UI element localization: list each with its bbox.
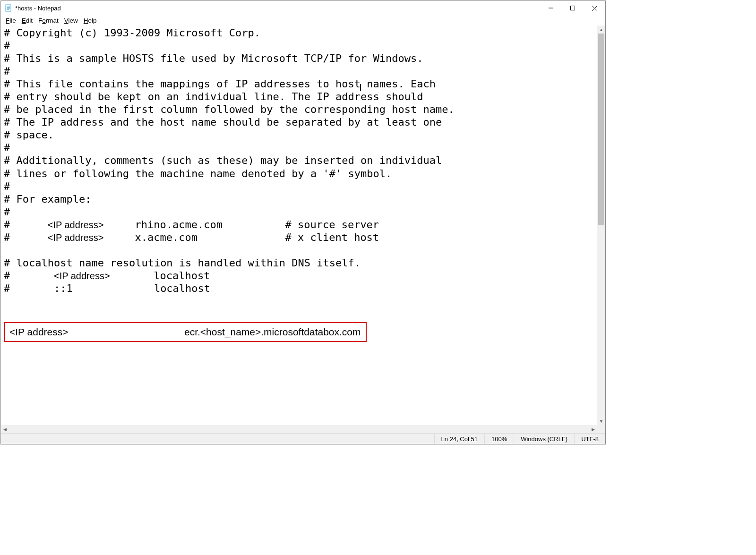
menu-file-rest: ile bbox=[9, 17, 16, 24]
menu-edit[interactable]: Edit bbox=[19, 16, 35, 25]
editor-line: # This is a sample HOSTS file used by Mi… bbox=[4, 52, 423, 64]
scroll-right-icon[interactable]: ▶ bbox=[589, 425, 597, 433]
ip-placeholder: <IP address> bbox=[48, 220, 104, 230]
menu-format[interactable]: Format bbox=[35, 16, 61, 25]
highlighted-entry: <IP address>ecr.<host_name>.microsoftdat… bbox=[4, 322, 367, 342]
highlighted-host: ecr.<host_name>.microsoftdatabox.com bbox=[184, 326, 361, 337]
editor-line: # be placed in the first column followed… bbox=[4, 103, 455, 115]
scroll-down-icon[interactable]: ▼ bbox=[597, 417, 605, 425]
hscroll-track[interactable] bbox=[9, 425, 589, 433]
editor-line: # ::1 localhost bbox=[4, 282, 210, 294]
editor-line: # bbox=[4, 180, 10, 192]
editor-line: # bbox=[4, 40, 10, 51]
status-encoding: UTF-8 bbox=[574, 434, 605, 444]
ip-placeholder: <IP address> bbox=[54, 271, 110, 281]
vscroll-track[interactable] bbox=[597, 34, 605, 417]
horizontal-scrollbar[interactable]: ◀ ▶ bbox=[1, 425, 605, 433]
scroll-corner bbox=[597, 425, 605, 433]
editor-line: # Additionally, comments (such as these)… bbox=[4, 154, 442, 166]
menu-help[interactable]: Help bbox=[81, 16, 100, 25]
text-editor[interactable]: # Copyright (c) 1993-2009 Microsoft Corp… bbox=[1, 26, 597, 425]
scroll-left-icon[interactable]: ◀ bbox=[1, 425, 9, 433]
status-bar: Ln 24, Col 51 100% Windows (CRLF) UTF-8 bbox=[1, 433, 605, 444]
window-title: *hosts - Notepad bbox=[15, 5, 540, 12]
window-controls bbox=[540, 1, 605, 15]
maximize-button[interactable] bbox=[562, 1, 584, 15]
editor-line: # bbox=[4, 206, 10, 218]
status-zoom: 100% bbox=[484, 434, 514, 444]
editor-line: # For example: bbox=[4, 193, 91, 205]
status-position: Ln 24, Col 51 bbox=[434, 434, 484, 444]
editor-line: # This file contains the mappings of IP … bbox=[4, 78, 436, 90]
menu-view-rest: iew bbox=[69, 17, 78, 24]
svg-rect-0 bbox=[6, 5, 11, 11]
editor-line: # bbox=[4, 65, 10, 77]
editor-line: # bbox=[4, 142, 10, 154]
editor-line-suffix: rhino.acme.com # source server bbox=[103, 219, 379, 231]
text-cursor-icon: I bbox=[359, 81, 362, 94]
editor-line-prefix: # bbox=[4, 231, 48, 243]
scroll-up-icon[interactable]: ▲ bbox=[597, 26, 605, 34]
editor-line: # lines or following the machine name de… bbox=[4, 168, 392, 179]
notepad-icon bbox=[5, 4, 12, 12]
editor-line-prefix: # bbox=[4, 219, 48, 231]
ip-placeholder: <IP address> bbox=[48, 232, 104, 243]
editor-line-suffix: localhost bbox=[110, 270, 210, 282]
menu-view[interactable]: View bbox=[61, 16, 81, 25]
notepad-window: *hosts - Notepad File Edit Format View H… bbox=[0, 0, 606, 444]
editor-line: # Copyright (c) 1993-2009 Microsoft Corp… bbox=[4, 27, 260, 39]
content-area: # Copyright (c) 1993-2009 Microsoft Corp… bbox=[1, 26, 605, 425]
title-bar[interactable]: *hosts - Notepad bbox=[1, 1, 605, 15]
editor-line: # space. bbox=[4, 129, 54, 141]
editor-line: # localhost name resolution is handled w… bbox=[4, 257, 361, 269]
editor-line-suffix: x.acme.com # x client host bbox=[103, 231, 379, 243]
status-line-ending: Windows (CRLF) bbox=[514, 434, 574, 444]
menu-file[interactable]: File bbox=[3, 16, 19, 25]
vscroll-thumb[interactable] bbox=[598, 34, 604, 225]
svg-rect-6 bbox=[571, 6, 575, 10]
close-button[interactable] bbox=[584, 1, 605, 15]
vertical-scrollbar[interactable]: ▲ ▼ bbox=[597, 26, 605, 425]
minimize-button[interactable] bbox=[540, 1, 562, 15]
highlighted-ip: <IP address> bbox=[9, 326, 184, 338]
editor-line-prefix: # bbox=[4, 270, 54, 282]
menu-edit-rest: dit bbox=[26, 17, 33, 24]
editor-line: # The IP address and the host name shoul… bbox=[4, 116, 442, 128]
menu-format-rest: rmat bbox=[46, 17, 59, 24]
menu-help-rest: elp bbox=[88, 17, 97, 24]
menu-bar: File Edit Format View Help bbox=[1, 15, 605, 26]
